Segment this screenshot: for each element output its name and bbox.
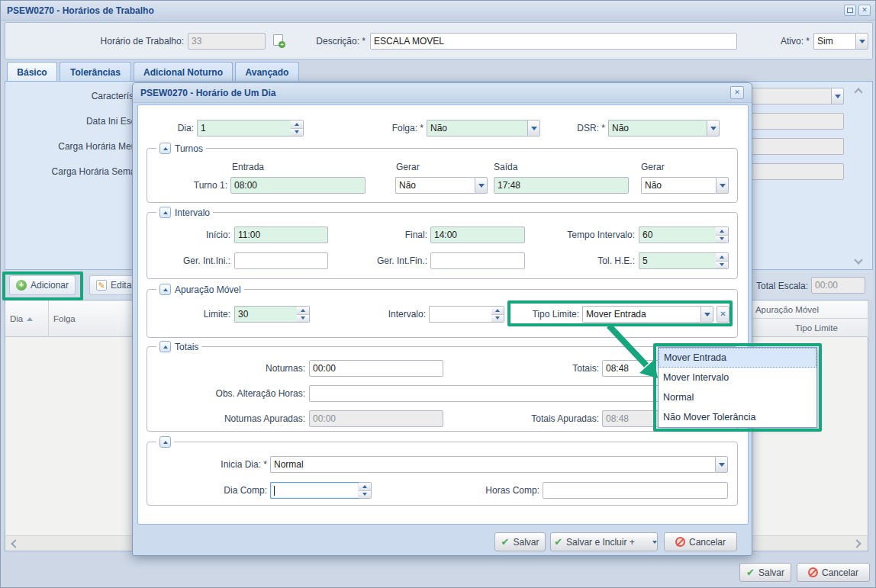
horas-comp-label: Horas Comp: (463, 484, 539, 496)
turno1-gerar-saida-combo[interactable]: Não (641, 177, 729, 194)
tab-adicional-noturno[interactable]: Adicional Noturno (134, 62, 233, 82)
spinner-down-icon[interactable] (716, 261, 728, 269)
tab-tolerancias[interactable]: Tolerâncias (60, 62, 131, 82)
apuracao-intervalo-spinner[interactable] (429, 306, 504, 323)
gerar2-column-header: Gerar (641, 162, 665, 173)
noturnas-field[interactable]: 00:00 (309, 360, 443, 377)
spinner-up-icon[interactable] (716, 253, 728, 261)
cancel-icon (675, 537, 685, 547)
horas-comp-field[interactable] (543, 482, 728, 499)
scroll-right-icon[interactable] (852, 539, 861, 548)
spinner-down-icon[interactable] (291, 128, 303, 137)
combo-arrow-icon[interactable] (475, 177, 488, 194)
spinner-up-icon[interactable] (716, 227, 728, 235)
sort-asc-icon (27, 317, 33, 321)
scroll-left-icon[interactable] (11, 539, 19, 548)
tipo-limite-clear-button[interactable]: ✕ (717, 306, 729, 323)
ativo-label: Ativo: * (745, 35, 810, 47)
collapse-icon[interactable] (159, 341, 171, 352)
combo-arrow-icon[interactable] (831, 88, 844, 104)
adicionar-button[interactable]: + Adicionar (9, 275, 76, 295)
final-field[interactable]: 14:00 (430, 227, 525, 243)
cancel-icon (808, 567, 818, 577)
turno1-label: Turno 1: (151, 179, 227, 191)
collapse-icon[interactable] (159, 436, 171, 448)
ger-int-fin-field[interactable] (430, 252, 525, 269)
turno1-saida-field[interactable]: 17:48 (494, 177, 629, 194)
descricao-field[interactable]: ESCALA MOVEL (370, 33, 737, 50)
new-record-icon[interactable]: + (273, 34, 283, 46)
totais-apuradas-label: Totais Apuradas: (500, 413, 599, 425)
dropdown-item-normal[interactable]: Normal (659, 387, 816, 407)
spinner-up-icon[interactable] (491, 307, 504, 314)
turno1-gerar-entrada-combo[interactable]: Não (395, 177, 488, 194)
tipo-limite-label: Tipo Limite: (503, 308, 579, 320)
tempo-intervalo-spinner[interactable]: 60 (639, 227, 729, 243)
inicio-field[interactable]: 11:00 (234, 227, 328, 243)
combo-arrow-icon[interactable] (527, 120, 540, 137)
apuracao-intervalo-label: Intervalo: (349, 308, 426, 320)
caracteristica-label: Característica: (5, 90, 150, 102)
main-window-titlebar[interactable]: PSEW0270 - Horários de Trabalho ✕ (1, 1, 876, 21)
inicio-label: Início: (154, 229, 230, 241)
spinner-down-icon[interactable] (716, 235, 728, 243)
combo-arrow-icon[interactable] (715, 456, 728, 473)
split-arrow-icon[interactable] (652, 541, 657, 544)
screen: PSEW0270 - Horários de Trabalho ✕ Horári… (0, 0, 876, 588)
ger-int-fin-label: Ger. Int.Fin.: (351, 255, 427, 267)
spinner-down-icon[interactable] (297, 314, 309, 323)
check-icon: ✔ (554, 537, 562, 547)
dsr-combo[interactable]: Não (608, 120, 720, 137)
main-salvar-button[interactable]: ✔ Salvar (739, 563, 791, 582)
spinner-up-icon[interactable] (359, 483, 371, 490)
saida-column-header: Saída (494, 162, 517, 173)
combo-arrow-icon[interactable] (716, 177, 729, 194)
window-close-button[interactable]: ✕ (858, 5, 871, 16)
close-icon: ✕ (862, 7, 868, 14)
maximize-icon (847, 8, 853, 13)
tab-avancado[interactable]: Avançado (235, 62, 299, 82)
dropdown-item-mover-intervalo[interactable]: Mover Intervalo (659, 368, 816, 387)
dia-spinner[interactable]: 1 (197, 120, 304, 137)
carga-horaria-semanal-label: Carga Horária Semanal: (5, 165, 150, 178)
dialog-salvar-button[interactable]: ✔ Salvar (494, 532, 546, 551)
combo-arrow-icon[interactable] (700, 306, 713, 323)
combo-arrow-icon[interactable] (855, 33, 868, 50)
tab-basico[interactable]: Básico (7, 62, 57, 82)
folga-combo[interactable]: Não (427, 120, 540, 137)
spinner-down-icon[interactable] (359, 490, 371, 499)
main-window-title: PSEW0270 - Horários de Trabalho (7, 5, 154, 16)
data-ini-escala-label: Data Ini Escala: (5, 115, 150, 127)
dia-comp-label: Dia Comp: (191, 484, 267, 496)
column-header-tipo-limite[interactable]: Tipo Limite (765, 319, 868, 337)
collapse-icon[interactable] (159, 284, 171, 295)
collapse-icon[interactable] (159, 207, 171, 218)
tipo-limite-combo[interactable]: Mover Entrada (582, 306, 713, 323)
inicia-dia-combo[interactable]: Normal (270, 456, 728, 473)
collapse-icon[interactable] (159, 143, 171, 154)
dialog-titlebar[interactable]: PSEW0270 - Horário de Um Dia ✕ (133, 83, 752, 103)
column-header-folga[interactable]: Folga (49, 300, 140, 337)
spinner-up-icon[interactable] (297, 307, 309, 314)
check-icon: ✔ (501, 537, 510, 547)
dialog-salvar-incluir-button[interactable]: ✔ Salvar e Incluir + (550, 532, 658, 551)
limite-label: Limite: (154, 308, 230, 320)
tol-he-spinner[interactable]: 5 (639, 252, 729, 269)
combo-arrow-icon[interactable] (707, 120, 720, 137)
main-cancelar-button[interactable]: Cancelar (797, 563, 870, 582)
ger-int-ini-field[interactable] (234, 252, 328, 269)
spinner-up-icon[interactable] (291, 120, 303, 128)
dropdown-item-mover-entrada[interactable]: Mover Entrada (659, 348, 816, 368)
dialog-cancelar-button[interactable]: Cancelar (664, 532, 737, 551)
column-header-dia[interactable]: Dia (5, 300, 49, 337)
spinner-down-icon[interactable] (491, 314, 504, 323)
dia-comp-spinner[interactable] (270, 482, 372, 499)
edit-icon: ✎ (96, 280, 107, 291)
limite-spinner[interactable]: 30 (234, 306, 310, 323)
turno1-entrada-field[interactable]: 08:00 (230, 177, 366, 194)
dropdown-item-nao-mover-tolerancia[interactable]: Não Mover Tolerância (659, 407, 816, 427)
ativo-combo[interactable]: Sim (813, 33, 868, 50)
dsr-label: DSR: * (544, 122, 605, 134)
dialog-close-button[interactable]: ✕ (730, 86, 744, 99)
maximize-button[interactable] (844, 5, 856, 16)
